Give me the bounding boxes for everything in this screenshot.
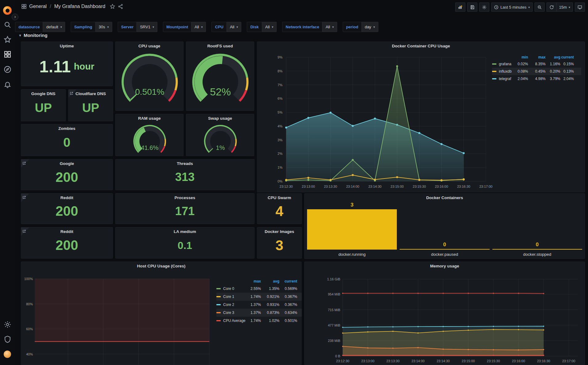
bar-label: docker.running bbox=[307, 252, 397, 257]
gauge-canvas: 52% bbox=[186, 42, 255, 111]
chevron-down-icon: ▾ bbox=[569, 6, 570, 9]
favorite-star-icon[interactable] bbox=[110, 4, 115, 9]
breadcrumb-separator: / bbox=[49, 4, 52, 9]
stat-value: 200 bbox=[56, 170, 78, 185]
stat-value: UP bbox=[35, 101, 52, 115]
variable-value-dropdown[interactable]: SRV1▾ bbox=[136, 22, 157, 32]
variable-label: Disk bbox=[247, 22, 262, 32]
gauge-canvas: 0.501% bbox=[116, 42, 184, 111]
svg-text:1.16 GiB: 1.16 GiB bbox=[327, 277, 340, 281]
svg-text:23:15:30: 23:15:30 bbox=[413, 185, 426, 188]
chevron-down-icon: ▼ bbox=[18, 34, 22, 37]
panel-docker-container-cpu-usage: Docker Container CPU Usage0%1%2%3%4%5%6%… bbox=[257, 42, 585, 192]
refresh-button[interactable] bbox=[547, 2, 556, 12]
panel-google: Google200 bbox=[21, 159, 113, 190]
chevron-down-icon: ▾ bbox=[236, 25, 238, 29]
explore-compass-icon[interactable] bbox=[4, 66, 11, 73]
legend-column-header[interactable]: current bbox=[216, 279, 297, 283]
user-avatar[interactable] bbox=[4, 351, 11, 358]
svg-text:23:16:30: 23:16:30 bbox=[457, 185, 470, 188]
legend-column-header[interactable]: current bbox=[492, 55, 574, 59]
variable-mountpoint: Mountpoint All▾ bbox=[163, 22, 206, 32]
dashboard-settings-button[interactable] bbox=[479, 2, 489, 12]
breadcrumb-section[interactable]: General bbox=[29, 4, 47, 9]
alerting-bell-icon[interactable] bbox=[4, 81, 11, 88]
svg-text:23:12:30: 23:12:30 bbox=[280, 185, 293, 188]
legend-stat-current: 0.13% bbox=[492, 69, 574, 74]
svg-text:7%: 7% bbox=[278, 83, 282, 87]
variable-label: Network interface bbox=[282, 22, 322, 32]
chevron-down-icon: ▾ bbox=[272, 25, 273, 29]
bar-rect bbox=[307, 209, 397, 250]
variable-value-dropdown[interactable]: default▾ bbox=[43, 22, 65, 32]
svg-text:6%: 6% bbox=[278, 97, 282, 100]
variable-sampling: Sampling 30s▾ bbox=[71, 22, 112, 32]
breadcrumb: General / My Grafana Dashboard bbox=[21, 4, 123, 9]
panel-la-medium: LA medium0.1 bbox=[115, 227, 255, 259]
svg-text:23:13:00: 23:13:00 bbox=[361, 359, 374, 363]
variable-period: period day▾ bbox=[343, 22, 378, 32]
refresh-interval-label: 15m bbox=[559, 5, 567, 10]
legend-stat-current: 0.569% bbox=[216, 287, 297, 291]
variable-value-dropdown[interactable]: All▾ bbox=[227, 22, 241, 32]
svg-text:3%: 3% bbox=[278, 138, 282, 142]
refresh-interval-dropdown[interactable]: 15m ▾ bbox=[556, 2, 573, 12]
bar-value: 0 bbox=[492, 242, 582, 248]
grafana-logo-icon[interactable] bbox=[3, 6, 12, 15]
panel-ram-usage-gauge: RAM usage41.6% bbox=[115, 114, 184, 156]
gauge-canvas: 41.6% bbox=[116, 114, 184, 156]
chevron-down-icon: ▾ bbox=[201, 25, 203, 29]
gauge-value: 0.501% bbox=[135, 87, 164, 97]
variable-value-dropdown[interactable]: All▾ bbox=[191, 22, 206, 32]
stat-value: 1.11 bbox=[39, 57, 71, 76]
dashboards-icon[interactable] bbox=[4, 50, 11, 58]
zoom-out-button[interactable] bbox=[535, 2, 545, 12]
chevron-down-icon: ▾ bbox=[152, 25, 154, 29]
search-icon[interactable] bbox=[4, 21, 11, 29]
variable-value-dropdown[interactable]: All▾ bbox=[322, 22, 337, 32]
variable-value-dropdown[interactable]: 30s▾ bbox=[95, 22, 112, 32]
stat-value: 200 bbox=[56, 238, 78, 253]
time-series-chart[interactable]: 0 B238 MiB477 MiB715 MiB954 MiB1.16 GiB2… bbox=[305, 262, 585, 365]
cycle-view-mode-button[interactable] bbox=[575, 2, 585, 12]
stat-value: 313 bbox=[175, 170, 195, 184]
bar-docker.paused: 0 docker.paused bbox=[400, 204, 489, 257]
bar-value: 3 bbox=[307, 202, 397, 208]
bar-value: 0 bbox=[400, 242, 489, 248]
svg-text:23:15:30: 23:15:30 bbox=[487, 359, 500, 363]
share-icon[interactable] bbox=[118, 4, 123, 9]
svg-text:80%: 80% bbox=[26, 302, 33, 306]
dashboard-grid-icon bbox=[21, 4, 27, 9]
settings-gear-icon[interactable] bbox=[4, 321, 11, 328]
panel-title[interactable]: Docker Containers bbox=[305, 195, 585, 200]
panel-threads: Threads313 bbox=[115, 159, 255, 190]
panel-host-cpu-usage-cores: Host CPU Usage (Cores)100%80%60%40%maxav… bbox=[21, 262, 302, 365]
svg-text:23:13:00: 23:13:00 bbox=[302, 185, 315, 188]
chart-legend: minmaxavgcurrent grafana 0.02%8.35%1.16%… bbox=[492, 54, 581, 82]
panel-reddit-2: Reddit200 bbox=[21, 227, 113, 259]
svg-text:23:12:30: 23:12:30 bbox=[336, 359, 349, 363]
star-icon[interactable] bbox=[4, 36, 11, 43]
bar-rect bbox=[400, 249, 489, 250]
dashboard-title[interactable]: My Grafana Dashboard bbox=[54, 4, 105, 9]
bar-gauge[interactable]: 3 docker.running 0 docker.paused 0 docke… bbox=[307, 204, 582, 257]
variable-disk: Disk All▾ bbox=[247, 22, 277, 32]
variable-value-dropdown[interactable]: day▾ bbox=[361, 22, 378, 32]
svg-text:1%: 1% bbox=[278, 166, 282, 169]
variable-network-interface: Network interface All▾ bbox=[282, 22, 337, 32]
legend-stat-current: 2.04% bbox=[492, 77, 574, 81]
save-dashboard-button[interactable] bbox=[467, 2, 477, 12]
svg-text:23:17:00: 23:17:00 bbox=[479, 185, 492, 188]
sidebar-expand-button[interactable]: › bbox=[12, 14, 18, 20]
variable-server: Server SRV1▾ bbox=[118, 22, 157, 32]
svg-text:23:16:30: 23:16:30 bbox=[537, 359, 550, 363]
time-range-picker[interactable]: Last 5 minutes ▾ bbox=[491, 2, 533, 12]
panel-rootfs-used-gauge: RootFS used52% bbox=[186, 42, 254, 111]
add-panel-button[interactable] bbox=[455, 2, 465, 12]
svg-text:23:15:00: 23:15:00 bbox=[462, 359, 475, 363]
chevron-down-icon: ▾ bbox=[60, 25, 62, 29]
dashboard-row-monitoring[interactable]: ▼ Monitoring bbox=[18, 33, 47, 38]
svg-text:477 MiB: 477 MiB bbox=[328, 323, 340, 327]
variable-value-dropdown[interactable]: All▾ bbox=[262, 22, 277, 32]
shield-icon[interactable] bbox=[4, 335, 11, 343]
